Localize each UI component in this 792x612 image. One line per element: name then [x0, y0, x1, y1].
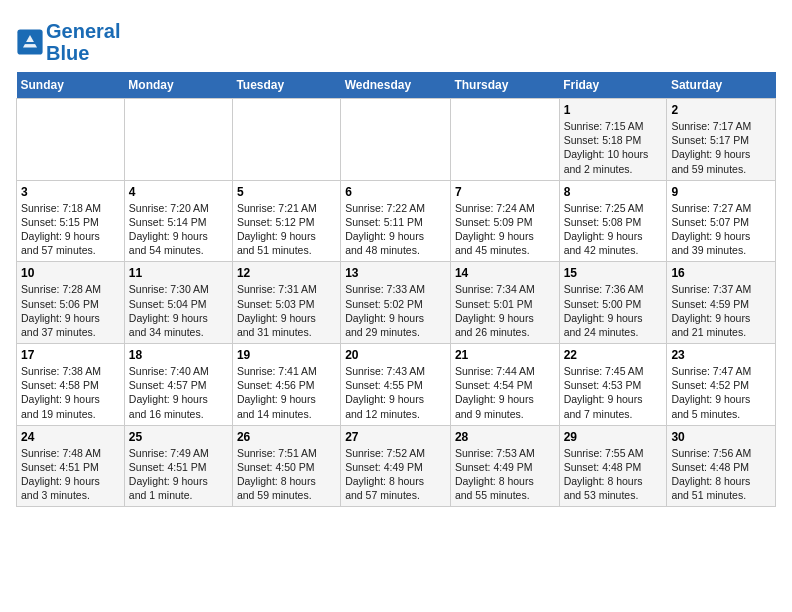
calendar-cell: 3Sunrise: 7:18 AM Sunset: 5:15 PM Daylig…	[17, 180, 125, 262]
day-info: Sunrise: 7:24 AM Sunset: 5:09 PM Dayligh…	[455, 201, 555, 258]
day-info: Sunrise: 7:25 AM Sunset: 5:08 PM Dayligh…	[564, 201, 663, 258]
calendar-week-5: 24Sunrise: 7:48 AM Sunset: 4:51 PM Dayli…	[17, 425, 776, 507]
day-number: 27	[345, 430, 446, 444]
calendar-cell: 29Sunrise: 7:55 AM Sunset: 4:48 PM Dayli…	[559, 425, 667, 507]
logo-icon	[16, 28, 44, 56]
calendar-cell: 2Sunrise: 7:17 AM Sunset: 5:17 PM Daylig…	[667, 99, 776, 181]
calendar-cell: 23Sunrise: 7:47 AM Sunset: 4:52 PM Dayli…	[667, 344, 776, 426]
header-saturday: Saturday	[667, 72, 776, 99]
header-wednesday: Wednesday	[341, 72, 451, 99]
day-number: 29	[564, 430, 663, 444]
calendar-week-4: 17Sunrise: 7:38 AM Sunset: 4:58 PM Dayli…	[17, 344, 776, 426]
day-info: Sunrise: 7:47 AM Sunset: 4:52 PM Dayligh…	[671, 364, 771, 421]
day-info: Sunrise: 7:38 AM Sunset: 4:58 PM Dayligh…	[21, 364, 120, 421]
day-info: Sunrise: 7:48 AM Sunset: 4:51 PM Dayligh…	[21, 446, 120, 503]
day-info: Sunrise: 7:28 AM Sunset: 5:06 PM Dayligh…	[21, 282, 120, 339]
day-number: 17	[21, 348, 120, 362]
day-number: 1	[564, 103, 663, 117]
day-info: Sunrise: 7:45 AM Sunset: 4:53 PM Dayligh…	[564, 364, 663, 421]
day-info: Sunrise: 7:18 AM Sunset: 5:15 PM Dayligh…	[21, 201, 120, 258]
calendar-cell: 20Sunrise: 7:43 AM Sunset: 4:55 PM Dayli…	[341, 344, 451, 426]
day-info: Sunrise: 7:51 AM Sunset: 4:50 PM Dayligh…	[237, 446, 336, 503]
day-number: 14	[455, 266, 555, 280]
day-number: 8	[564, 185, 663, 199]
day-number: 19	[237, 348, 336, 362]
calendar-cell: 22Sunrise: 7:45 AM Sunset: 4:53 PM Dayli…	[559, 344, 667, 426]
day-number: 5	[237, 185, 336, 199]
day-number: 16	[671, 266, 771, 280]
calendar-cell: 10Sunrise: 7:28 AM Sunset: 5:06 PM Dayli…	[17, 262, 125, 344]
calendar-header-row: SundayMondayTuesdayWednesdayThursdayFrid…	[17, 72, 776, 99]
header-friday: Friday	[559, 72, 667, 99]
day-number: 12	[237, 266, 336, 280]
day-info: Sunrise: 7:33 AM Sunset: 5:02 PM Dayligh…	[345, 282, 446, 339]
day-number: 11	[129, 266, 228, 280]
day-number: 21	[455, 348, 555, 362]
day-number: 6	[345, 185, 446, 199]
day-info: Sunrise: 7:27 AM Sunset: 5:07 PM Dayligh…	[671, 201, 771, 258]
calendar-cell: 13Sunrise: 7:33 AM Sunset: 5:02 PM Dayli…	[341, 262, 451, 344]
day-number: 26	[237, 430, 336, 444]
day-number: 3	[21, 185, 120, 199]
day-info: Sunrise: 7:49 AM Sunset: 4:51 PM Dayligh…	[129, 446, 228, 503]
calendar-cell: 27Sunrise: 7:52 AM Sunset: 4:49 PM Dayli…	[341, 425, 451, 507]
calendar-cell: 24Sunrise: 7:48 AM Sunset: 4:51 PM Dayli…	[17, 425, 125, 507]
day-info: Sunrise: 7:44 AM Sunset: 4:54 PM Dayligh…	[455, 364, 555, 421]
page-header: General Blue	[16, 16, 776, 64]
day-number: 2	[671, 103, 771, 117]
calendar-week-2: 3Sunrise: 7:18 AM Sunset: 5:15 PM Daylig…	[17, 180, 776, 262]
calendar-cell	[450, 99, 559, 181]
day-number: 22	[564, 348, 663, 362]
logo: General Blue	[16, 20, 120, 64]
day-info: Sunrise: 7:41 AM Sunset: 4:56 PM Dayligh…	[237, 364, 336, 421]
day-info: Sunrise: 7:30 AM Sunset: 5:04 PM Dayligh…	[129, 282, 228, 339]
calendar-cell: 21Sunrise: 7:44 AM Sunset: 4:54 PM Dayli…	[450, 344, 559, 426]
day-info: Sunrise: 7:56 AM Sunset: 4:48 PM Dayligh…	[671, 446, 771, 503]
calendar-cell	[124, 99, 232, 181]
day-number: 4	[129, 185, 228, 199]
calendar-cell: 4Sunrise: 7:20 AM Sunset: 5:14 PM Daylig…	[124, 180, 232, 262]
day-number: 13	[345, 266, 446, 280]
day-number: 24	[21, 430, 120, 444]
calendar-cell: 8Sunrise: 7:25 AM Sunset: 5:08 PM Daylig…	[559, 180, 667, 262]
day-number: 7	[455, 185, 555, 199]
calendar-cell: 9Sunrise: 7:27 AM Sunset: 5:07 PM Daylig…	[667, 180, 776, 262]
day-number: 15	[564, 266, 663, 280]
day-info: Sunrise: 7:20 AM Sunset: 5:14 PM Dayligh…	[129, 201, 228, 258]
calendar-cell: 1Sunrise: 7:15 AM Sunset: 5:18 PM Daylig…	[559, 99, 667, 181]
day-number: 20	[345, 348, 446, 362]
day-info: Sunrise: 7:40 AM Sunset: 4:57 PM Dayligh…	[129, 364, 228, 421]
calendar-cell: 11Sunrise: 7:30 AM Sunset: 5:04 PM Dayli…	[124, 262, 232, 344]
day-info: Sunrise: 7:22 AM Sunset: 5:11 PM Dayligh…	[345, 201, 446, 258]
calendar-cell: 25Sunrise: 7:49 AM Sunset: 4:51 PM Dayli…	[124, 425, 232, 507]
day-info: Sunrise: 7:15 AM Sunset: 5:18 PM Dayligh…	[564, 119, 663, 176]
calendar-week-3: 10Sunrise: 7:28 AM Sunset: 5:06 PM Dayli…	[17, 262, 776, 344]
calendar-cell	[17, 99, 125, 181]
calendar-cell: 7Sunrise: 7:24 AM Sunset: 5:09 PM Daylig…	[450, 180, 559, 262]
day-info: Sunrise: 7:37 AM Sunset: 4:59 PM Dayligh…	[671, 282, 771, 339]
calendar-cell: 15Sunrise: 7:36 AM Sunset: 5:00 PM Dayli…	[559, 262, 667, 344]
svg-rect-2	[24, 42, 35, 44]
day-info: Sunrise: 7:31 AM Sunset: 5:03 PM Dayligh…	[237, 282, 336, 339]
day-number: 23	[671, 348, 771, 362]
day-number: 10	[21, 266, 120, 280]
day-number: 18	[129, 348, 228, 362]
calendar-cell: 12Sunrise: 7:31 AM Sunset: 5:03 PM Dayli…	[232, 262, 340, 344]
header-monday: Monday	[124, 72, 232, 99]
header-sunday: Sunday	[17, 72, 125, 99]
day-info: Sunrise: 7:53 AM Sunset: 4:49 PM Dayligh…	[455, 446, 555, 503]
calendar-cell: 6Sunrise: 7:22 AM Sunset: 5:11 PM Daylig…	[341, 180, 451, 262]
day-number: 30	[671, 430, 771, 444]
calendar-cell: 26Sunrise: 7:51 AM Sunset: 4:50 PM Dayli…	[232, 425, 340, 507]
calendar-cell: 5Sunrise: 7:21 AM Sunset: 5:12 PM Daylig…	[232, 180, 340, 262]
day-info: Sunrise: 7:34 AM Sunset: 5:01 PM Dayligh…	[455, 282, 555, 339]
logo-text: General Blue	[46, 20, 120, 64]
calendar-cell	[232, 99, 340, 181]
header-thursday: Thursday	[450, 72, 559, 99]
day-info: Sunrise: 7:36 AM Sunset: 5:00 PM Dayligh…	[564, 282, 663, 339]
calendar-cell: 17Sunrise: 7:38 AM Sunset: 4:58 PM Dayli…	[17, 344, 125, 426]
calendar-table: SundayMondayTuesdayWednesdayThursdayFrid…	[16, 72, 776, 507]
calendar-week-1: 1Sunrise: 7:15 AM Sunset: 5:18 PM Daylig…	[17, 99, 776, 181]
day-info: Sunrise: 7:21 AM Sunset: 5:12 PM Dayligh…	[237, 201, 336, 258]
day-info: Sunrise: 7:52 AM Sunset: 4:49 PM Dayligh…	[345, 446, 446, 503]
